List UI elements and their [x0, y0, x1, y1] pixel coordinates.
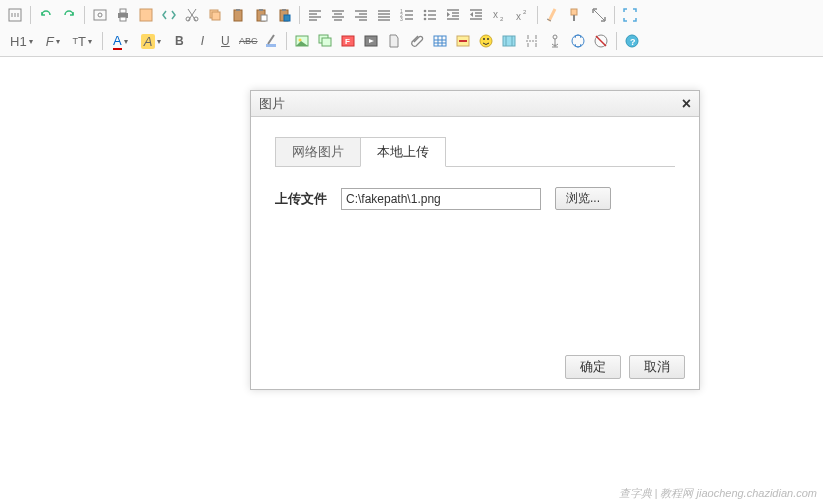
- underline-label: U: [221, 34, 230, 48]
- browse-button[interactable]: 浏览...: [555, 187, 611, 210]
- outdent-icon[interactable]: [465, 4, 487, 26]
- heading-label: H1: [10, 34, 27, 49]
- file-path-input[interactable]: [341, 188, 541, 210]
- separator: [614, 6, 615, 24]
- attachment-icon[interactable]: [406, 30, 428, 52]
- image-dialog: 图片 × 网络图片 本地上传 上传文件 浏览... 确定 取消: [250, 90, 700, 390]
- flash-icon[interactable]: F: [337, 30, 359, 52]
- file-icon[interactable]: [383, 30, 405, 52]
- text-color-dropdown[interactable]: A▾: [107, 30, 134, 52]
- link-icon[interactable]: [567, 30, 589, 52]
- strikethrough-button[interactable]: ABC: [237, 30, 259, 52]
- pagebreak-icon[interactable]: [521, 30, 543, 52]
- paste-icon[interactable]: [227, 4, 249, 26]
- template-icon[interactable]: [135, 4, 157, 26]
- table-icon[interactable]: [429, 30, 451, 52]
- emoticon-icon[interactable]: [475, 30, 497, 52]
- svg-point-23: [424, 14, 427, 17]
- redo-icon[interactable]: [58, 4, 80, 26]
- upload-file-label: 上传文件: [275, 190, 327, 208]
- unlink-icon[interactable]: [590, 30, 612, 52]
- tab-local-upload[interactable]: 本地上传: [360, 137, 446, 167]
- svg-point-2: [98, 13, 102, 17]
- undo-icon[interactable]: [35, 4, 57, 26]
- svg-text:F: F: [345, 37, 350, 46]
- svg-point-41: [480, 35, 492, 47]
- clear-format-icon[interactable]: [542, 4, 564, 26]
- hr-icon[interactable]: [452, 30, 474, 52]
- heading-dropdown[interactable]: H1▾: [4, 30, 39, 52]
- source-code-icon[interactable]: [4, 4, 26, 26]
- remove-format-icon[interactable]: [260, 30, 282, 52]
- svg-rect-15: [261, 15, 267, 21]
- svg-rect-44: [503, 36, 515, 46]
- paste-text-icon[interactable]: [250, 4, 272, 26]
- separator: [102, 32, 103, 50]
- preview-icon[interactable]: [89, 4, 111, 26]
- indent-icon[interactable]: [442, 4, 464, 26]
- separator: [299, 6, 300, 24]
- anchor-icon[interactable]: [544, 30, 566, 52]
- italic-button[interactable]: I: [191, 30, 213, 52]
- svg-point-46: [572, 35, 584, 47]
- quickformat-icon[interactable]: [565, 4, 587, 26]
- bold-label: B: [175, 34, 184, 48]
- font-size-label: T: [78, 34, 86, 49]
- svg-rect-18: [284, 15, 290, 21]
- separator: [537, 6, 538, 24]
- align-right-icon[interactable]: [350, 4, 372, 26]
- ordered-list-icon[interactable]: 123: [396, 4, 418, 26]
- strike-label: ABC: [239, 36, 258, 46]
- about-icon[interactable]: ?: [621, 30, 643, 52]
- map-icon[interactable]: [498, 30, 520, 52]
- underline-button[interactable]: U: [214, 30, 236, 52]
- cancel-button[interactable]: 取消: [629, 355, 685, 379]
- svg-rect-39: [434, 36, 446, 46]
- media-icon[interactable]: [360, 30, 382, 52]
- bold-button[interactable]: B: [168, 30, 190, 52]
- svg-rect-29: [571, 9, 577, 15]
- separator: [84, 6, 85, 24]
- separator: [286, 32, 287, 50]
- svg-rect-31: [266, 44, 276, 47]
- svg-point-45: [553, 35, 557, 39]
- tab-network-image[interactable]: 网络图片: [275, 137, 361, 166]
- upload-row: 上传文件 浏览...: [275, 187, 675, 210]
- align-justify-icon[interactable]: [373, 4, 395, 26]
- close-icon[interactable]: ×: [682, 95, 691, 113]
- svg-point-42: [483, 38, 485, 40]
- align-center-icon[interactable]: [327, 4, 349, 26]
- svg-point-43: [487, 38, 489, 40]
- superscript-icon[interactable]: x2: [511, 4, 533, 26]
- cut-icon[interactable]: [181, 4, 203, 26]
- separator: [30, 6, 31, 24]
- svg-rect-14: [259, 9, 263, 11]
- svg-text:x: x: [516, 11, 521, 22]
- copy-icon[interactable]: [204, 4, 226, 26]
- font-size-dropdown[interactable]: TT▾: [67, 30, 98, 52]
- font-family-label: F: [46, 34, 54, 49]
- font-family-dropdown[interactable]: F▾: [40, 30, 66, 52]
- align-left-icon[interactable]: [304, 4, 326, 26]
- toolbar-row-2: H1▾ F▾ TT▾ A▾ A▾ B I U ABC F ?: [0, 28, 823, 54]
- svg-rect-10: [212, 12, 220, 20]
- tab-strip: 网络图片 本地上传: [275, 137, 675, 167]
- fullscreen-icon[interactable]: [619, 4, 641, 26]
- svg-point-22: [424, 10, 427, 13]
- code-icon[interactable]: [158, 4, 180, 26]
- multi-image-icon[interactable]: [314, 30, 336, 52]
- italic-label: I: [201, 34, 204, 48]
- bg-color-dropdown[interactable]: A▾: [135, 30, 168, 52]
- paste-word-icon[interactable]: [273, 4, 295, 26]
- svg-rect-12: [236, 9, 240, 11]
- select-all-icon[interactable]: [588, 4, 610, 26]
- subscript-icon[interactable]: x2: [488, 4, 510, 26]
- print-icon[interactable]: [112, 4, 134, 26]
- editor-toolbar: 123 x2 x2 H1▾ F▾ TT▾ A▾ A▾ B I U ABC F: [0, 0, 823, 57]
- toolbar-row-1: 123 x2 x2: [0, 2, 823, 28]
- dialog-titlebar[interactable]: 图片 ×: [251, 91, 699, 117]
- unordered-list-icon[interactable]: [419, 4, 441, 26]
- ok-button[interactable]: 确定: [565, 355, 621, 379]
- svg-rect-1: [94, 10, 106, 20]
- image-icon[interactable]: [291, 30, 313, 52]
